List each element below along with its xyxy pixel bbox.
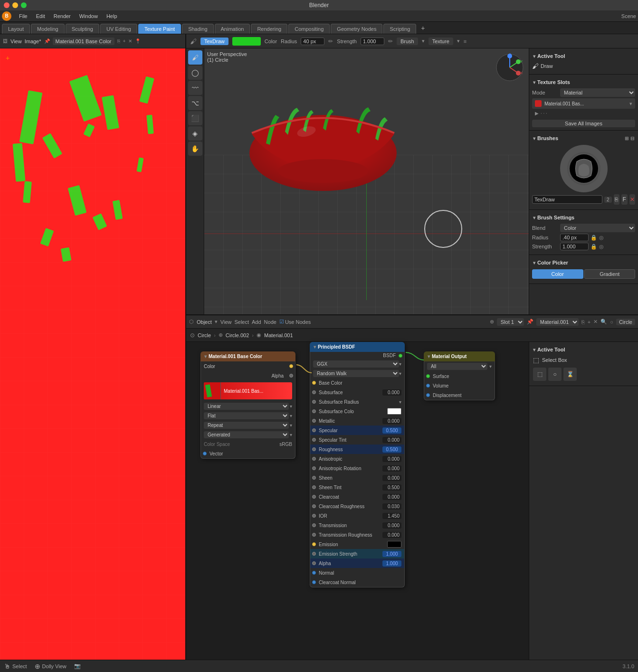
node-obj-dropdown[interactable]: ▾ <box>215 319 218 325</box>
bsdf-collapse-icon[interactable]: ▾ <box>314 344 316 350</box>
color-swatch[interactable] <box>232 37 261 46</box>
more-settings-icon[interactable]: ≡ <box>464 38 467 44</box>
select-box-button[interactable]: ⬚ <box>533 368 546 381</box>
brush-preview[interactable] <box>560 145 608 192</box>
bsdf-output-socket[interactable] <box>399 354 402 358</box>
grab-tool[interactable]: ✋ <box>188 142 202 156</box>
breadcrumb-circle002[interactable]: Circle.002 <box>226 332 249 338</box>
minimize-button[interactable] <box>12 2 18 8</box>
slot-expand-icon[interactable]: ▶ <box>535 111 539 116</box>
subsurf-radius-dropdown[interactable]: ▾ <box>399 399 401 405</box>
tab-geometry-nodes[interactable]: Geometry Nodes <box>331 24 382 34</box>
smear-tool[interactable]: 〰 <box>188 81 202 95</box>
material-slot-dropdown[interactable]: ▾ <box>629 101 632 107</box>
brush-delete-button[interactable]: ✕ <box>629 194 635 205</box>
tab-sculpting[interactable]: Sculpting <box>66 24 99 34</box>
menu-render[interactable]: Render <box>50 12 75 20</box>
material-select[interactable]: Material.001 <box>536 318 579 326</box>
node-mat-copy[interactable]: ⎘ <box>581 319 585 325</box>
menu-window[interactable]: Window <box>76 12 102 20</box>
clone-tool[interactable]: ⌥ <box>188 96 202 110</box>
source-select[interactable]: Generated <box>204 431 289 438</box>
gradient-mode-button[interactable]: Gradient <box>584 269 636 279</box>
close-button[interactable] <box>4 2 10 8</box>
subsurf-color-swatch[interactable] <box>387 408 401 415</box>
uv-pin-icon[interactable]: 📍 <box>135 38 141 44</box>
material-slot[interactable]: Material.001 Bas... ▾ <box>532 98 635 109</box>
brush-copy-button[interactable]: ⎘ <box>614 194 619 205</box>
menu-help[interactable]: Help <box>103 12 121 20</box>
brush-radius-falloff[interactable]: ◎ <box>599 235 604 241</box>
brush-radius-lock[interactable]: 🔒 <box>590 235 597 241</box>
tab-rendering[interactable]: Rendering <box>251 24 287 34</box>
maximize-button[interactable] <box>21 2 27 8</box>
viewport-3d[interactable]: User Perspective (1) Circle <box>204 48 529 314</box>
node-circle-label[interactable]: Circle <box>616 319 635 325</box>
tab-shading[interactable]: Shading <box>182 24 213 34</box>
mask-tool[interactable]: ◈ <box>188 126 202 141</box>
node-mat-search[interactable]: 🔍 <box>600 319 607 325</box>
color-mode-button[interactable]: Color <box>532 269 583 279</box>
tab-modeling[interactable]: Modeling <box>31 24 65 34</box>
specular-value[interactable]: 0.500 <box>382 427 401 434</box>
node-add-label[interactable]: Add <box>252 319 261 325</box>
radius-edit-icon[interactable]: ✏ <box>328 38 333 45</box>
projection-select[interactable]: Flat <box>204 412 289 419</box>
uv-view-label[interactable]: View <box>10 38 22 44</box>
node-view-label[interactable]: View <box>220 319 232 325</box>
mode-select[interactable]: Material <box>560 88 635 97</box>
node-active-tool-header[interactable]: ▾ Active Tool <box>532 345 635 354</box>
alpha-value[interactable]: 1.000 <box>382 560 401 567</box>
texture-preview-bar[interactable]: Material.001 Bas... <box>204 382 292 399</box>
texture-node-collapse[interactable]: ▾ <box>204 354 207 359</box>
select-circle-button[interactable]: ○ <box>548 368 562 381</box>
node-mat-new[interactable]: + <box>588 319 590 325</box>
texture-color-socket[interactable] <box>289 364 293 368</box>
emission-strength-value[interactable]: 1.000 <box>382 551 401 557</box>
sss-dropdown[interactable]: ▾ <box>399 371 401 376</box>
tab-texture-paint[interactable]: Texture Paint <box>138 24 181 34</box>
tab-uv-editing[interactable]: UV Editing <box>100 24 137 34</box>
roughness-value[interactable]: 0.500 <box>382 446 401 453</box>
brush-radius-input[interactable] <box>560 234 589 241</box>
select-lasso-button[interactable]: ⌛ <box>563 368 577 381</box>
breadcrumb-material[interactable]: Material.001 <box>264 332 293 338</box>
brush-button[interactable]: Brush <box>397 38 418 45</box>
brush-strength-falloff[interactable]: ◎ <box>599 244 604 250</box>
texture-dropdown-icon[interactable]: ▾ <box>457 38 460 44</box>
breadcrumb-circle[interactable]: Circle <box>198 332 211 338</box>
brush-strength-lock[interactable]: 🔒 <box>590 244 597 250</box>
volume-input-socket[interactable] <box>426 384 430 388</box>
use-nodes-checkbox[interactable]: ☑ <box>279 319 284 325</box>
interpolation-select[interactable]: Linear <box>204 403 289 410</box>
texture-button[interactable]: Texture <box>429 38 453 45</box>
brush-strength-input[interactable] <box>560 243 589 250</box>
emission-color-swatch[interactable] <box>387 541 401 548</box>
blend-select[interactable]: Color <box>560 224 635 232</box>
tab-compositing[interactable]: Compositing <box>288 24 330 34</box>
draw-tool[interactable]: 🖌 <box>188 50 202 65</box>
surface-input-socket[interactable] <box>426 374 430 378</box>
color-picker-header[interactable]: ▾ Color Picker <box>532 258 635 267</box>
uv-image-label[interactable]: Image* <box>25 38 41 44</box>
brushes-header[interactable]: ▾ Brushes ⊞ ⊟ <box>532 133 635 143</box>
texture-slots-header[interactable]: ▾ Texture Slots <box>532 77 635 87</box>
brush-name-input[interactable] <box>532 195 602 204</box>
vector-socket[interactable] <box>203 452 207 455</box>
tab-animation[interactable]: Animation <box>215 24 250 34</box>
texdraw-button[interactable]: TexDraw <box>200 38 229 45</box>
save-all-images-button[interactable]: Save All Images <box>532 120 635 127</box>
src-dropdown[interactable]: ▾ <box>290 432 292 437</box>
soften-tool[interactable]: ◯ <box>188 66 202 80</box>
active-tool-header[interactable]: ▾ Active Tool <box>532 51 635 61</box>
proj-dropdown[interactable]: ▾ <box>290 413 292 418</box>
node-object-label[interactable]: Object <box>197 319 212 325</box>
node-select-label[interactable]: Select <box>234 319 249 325</box>
extension-select[interactable]: Repeat <box>204 422 289 429</box>
node-mat-close[interactable]: ✕ <box>593 319 598 325</box>
slot-select[interactable]: Slot 1 <box>497 318 524 326</box>
tab-scripting[interactable]: Scripting <box>383 24 416 34</box>
brush-fake-user-button[interactable]: F <box>621 194 627 205</box>
strength-input[interactable] <box>361 38 384 45</box>
displacement-input-socket[interactable] <box>426 393 430 397</box>
